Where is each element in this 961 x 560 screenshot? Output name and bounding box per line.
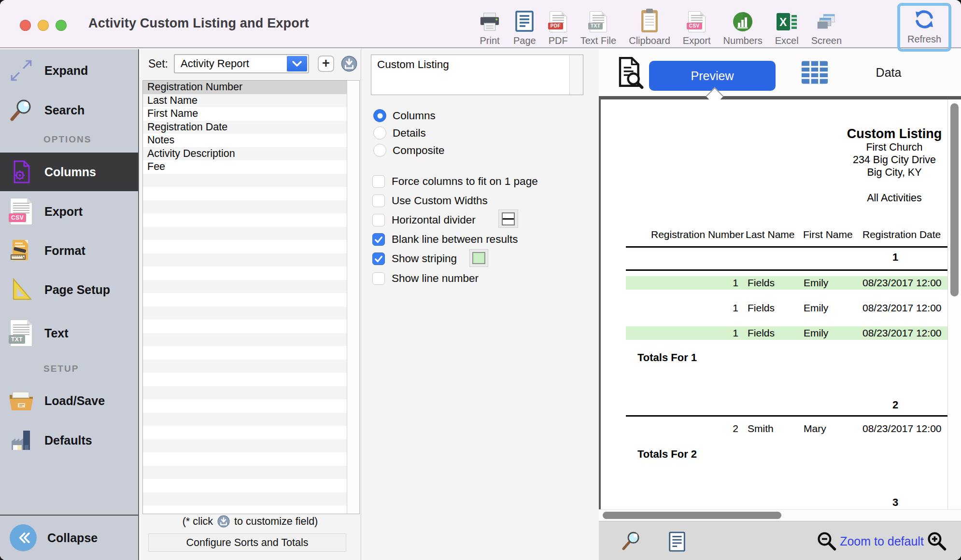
sidebar-item-expand[interactable]: Expand — [0, 51, 138, 90]
clipboard-icon — [641, 8, 658, 32]
report-org-name: First Church — [832, 141, 957, 154]
export-button[interactable]: CSV Export — [677, 3, 717, 46]
field-row[interactable]: Activity Description — [143, 147, 347, 161]
sidebar-item-search[interactable]: Search — [0, 91, 138, 129]
txt-file-icon: TXT — [590, 8, 607, 32]
sidebar-item-format[interactable]: Format — [0, 231, 138, 270]
checkbox-force-columns[interactable] — [372, 175, 385, 188]
radio-composite[interactable] — [373, 144, 386, 157]
window-title: Activity Custom Listing and Export — [88, 16, 309, 31]
collapse-chevrons-icon — [10, 524, 37, 551]
report-title-input[interactable]: Custom Listing — [371, 55, 583, 95]
pdf-file-icon: PDF — [550, 8, 567, 32]
field-row[interactable]: Notes — [143, 134, 347, 147]
report-title: Custom Listing — [832, 126, 957, 141]
customize-field-button[interactable] — [341, 56, 357, 72]
report-rule — [626, 415, 947, 417]
vertical-scroll-thumb[interactable] — [950, 103, 959, 296]
field-row[interactable]: Registration Date — [143, 121, 347, 134]
magnifier-icon[interactable] — [621, 530, 643, 554]
field-row[interactable]: Fee — [143, 160, 347, 174]
maximize-button[interactable] — [56, 20, 67, 31]
divider-preview-icon — [502, 212, 515, 225]
radio-columns[interactable] — [373, 109, 386, 122]
pdf-button[interactable]: PDF PDF — [542, 3, 574, 46]
report-org-city: Big City, KY — [832, 166, 957, 179]
checkbox-horizontal-divider[interactable] — [372, 214, 385, 226]
csv-file-icon: CSV — [688, 8, 706, 32]
svg-text:X: X — [779, 16, 787, 28]
checkbox-show-line-number[interactable] — [372, 272, 385, 285]
title-bar: Activity Custom Listing and Export Print… — [0, 0, 961, 48]
checkbox-blank-line[interactable] — [372, 233, 385, 246]
download-circle-icon — [217, 515, 230, 528]
group-header: 1 — [876, 251, 915, 264]
horizontal-scroll-thumb[interactable] — [603, 512, 781, 519]
report-title-value: Custom Listing — [377, 58, 449, 71]
field-row[interactable]: Last Name — [143, 94, 347, 108]
field-list-scrollbar[interactable] — [347, 81, 359, 514]
striping-color-button[interactable] — [469, 249, 488, 267]
columns-document-gear-icon — [8, 158, 35, 185]
sidebar-item-columns[interactable]: Columns — [0, 153, 138, 191]
close-button[interactable] — [20, 20, 31, 31]
sidebar-item-defaults[interactable]: Defaults — [0, 421, 138, 460]
report-header-block: Custom Listing First Church 234 Big City… — [832, 126, 957, 179]
report-rule — [626, 246, 947, 248]
report-row: 1 Fields Emily 08/23/2017 12:00 — [626, 326, 947, 340]
clipboard-button[interactable]: Clipboard — [622, 3, 677, 46]
toolbar: Print Page PDF PDF TXT Text File — [472, 3, 848, 46]
sidebar-section-setup: SETUP — [43, 364, 79, 374]
zoom-to-default-link[interactable]: Zoom to default — [840, 521, 923, 560]
page-button[interactable]: Page — [507, 3, 542, 46]
group-header: 2 — [876, 399, 915, 411]
printer-icon — [479, 8, 501, 32]
add-set-button[interactable]: + — [318, 56, 334, 72]
customize-hint: (* click to customize field) — [140, 514, 360, 529]
numbers-button[interactable]: Numbers — [717, 3, 769, 46]
set-dropdown[interactable]: Activity Report — [174, 54, 309, 73]
divider-style-button[interactable] — [498, 210, 518, 228]
sidebar-item-export[interactable]: CSV Export — [0, 192, 138, 231]
screen-button[interactable]: Screen — [805, 3, 848, 46]
collapse-button[interactable]: Collapse — [0, 516, 138, 560]
numbers-icon — [732, 8, 753, 32]
search-icon — [8, 97, 35, 124]
minimize-button[interactable] — [38, 20, 49, 31]
checkbox-show-striping[interactable] — [372, 252, 385, 265]
zoom-out-icon[interactable] — [816, 531, 837, 554]
expand-arrows-icon — [8, 57, 35, 84]
group-totals: Totals For 1 — [637, 351, 697, 364]
sidebar-item-text[interactable]: TXT Text — [0, 314, 138, 352]
refresh-button[interactable]: Refresh — [897, 3, 951, 52]
report-title-scrollbar[interactable] — [569, 55, 583, 95]
tab-preview[interactable]: Preview — [649, 61, 776, 91]
preview-horizontal-scrollbar[interactable] — [599, 509, 961, 521]
field-row[interactable]: Registration Number — [143, 81, 347, 94]
refresh-icon — [913, 7, 936, 31]
report-page: Custom Listing First Church 234 Big City… — [601, 99, 961, 509]
field-panel: Set: Activity Report + Registration Numb… — [140, 49, 361, 560]
preview-vertical-scrollbar[interactable] — [947, 99, 961, 509]
csv-file-icon: CSV — [8, 198, 35, 225]
tab-data[interactable]: Data — [860, 49, 918, 96]
checkbox-custom-widths[interactable] — [372, 195, 385, 207]
report-rule — [626, 269, 947, 271]
preview-panel: Preview Data Custom Listing First Church… — [599, 49, 961, 560]
group-totals: Totals For 2 — [637, 448, 697, 461]
zoom-in-icon[interactable] — [926, 531, 947, 554]
excel-button[interactable]: X Excel — [769, 3, 805, 46]
print-button[interactable]: Print — [472, 3, 507, 46]
excel-icon: X — [776, 8, 798, 32]
configure-sorts-totals-button[interactable]: Configure Sorts and Totals — [148, 533, 346, 552]
preview-bottom-bar: Zoom to default — [599, 521, 961, 560]
radio-details[interactable] — [373, 126, 386, 140]
sidebar-item-page-setup[interactable]: Page Setup — [0, 270, 138, 309]
field-row[interactable]: First Name — [143, 107, 347, 121]
screen-icon — [815, 8, 837, 32]
txt-file-icon: TXT — [8, 320, 35, 347]
sidebar-item-load-save[interactable]: Load/Save — [0, 381, 138, 420]
folder-icon — [8, 387, 35, 414]
text-file-button[interactable]: TXT Text File — [574, 3, 622, 46]
document-icon[interactable] — [667, 531, 687, 554]
